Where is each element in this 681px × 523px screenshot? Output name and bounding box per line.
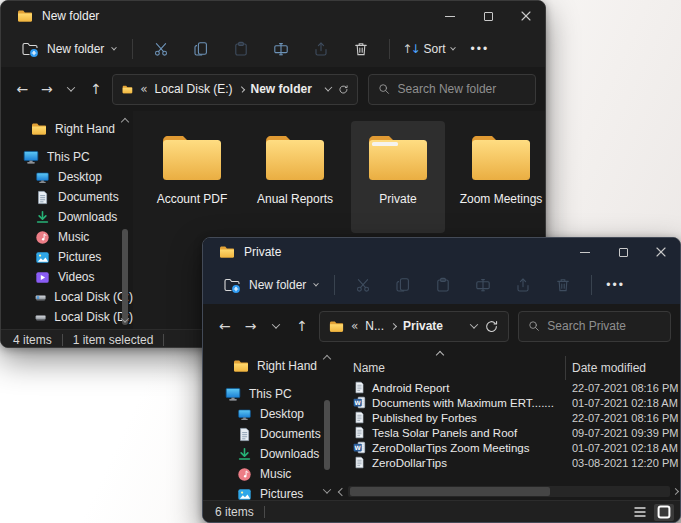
search-box[interactable] bbox=[368, 74, 536, 105]
back-button[interactable]: ← bbox=[212, 311, 238, 341]
sidebar-item-documents[interactable]: Documents bbox=[203, 424, 335, 444]
file-row[interactable]: Published by Forbes 22-07-2021 08:16 PM bbox=[335, 410, 680, 425]
column-header-date-modified[interactable]: Date modified bbox=[565, 361, 680, 375]
copy-button[interactable] bbox=[183, 35, 219, 63]
horizontal-scrollbar[interactable] bbox=[339, 485, 678, 498]
delete-button[interactable] bbox=[545, 271, 581, 299]
minimize-button[interactable] bbox=[431, 1, 469, 31]
sidebar-item-right-hand[interactable]: Right Hand bbox=[203, 356, 335, 376]
forward-button[interactable]: → bbox=[238, 311, 264, 341]
file-row[interactable]: Documents with Maximum ERT....... 01-07-… bbox=[335, 395, 680, 410]
sidebar-item-videos[interactable]: Videos bbox=[1, 267, 133, 287]
minimize-button[interactable] bbox=[566, 238, 604, 266]
chevron-down-icon bbox=[314, 281, 320, 287]
file-row[interactable]: Tesla Solar Panels and Roof 09-07-2021 0… bbox=[335, 425, 680, 440]
cut-button[interactable] bbox=[345, 271, 381, 299]
sort-button[interactable]: ↑↓ Sort bbox=[402, 42, 454, 56]
large-icons-view-button[interactable] bbox=[654, 504, 674, 521]
file-row[interactable]: ZeroDollarTips Zoom Meetings 01-07-2021 … bbox=[335, 440, 680, 455]
share-button[interactable] bbox=[505, 271, 541, 299]
scroll-down-icon[interactable] bbox=[322, 485, 330, 493]
cut-button[interactable] bbox=[143, 35, 179, 63]
copy-button[interactable] bbox=[385, 271, 421, 299]
scrollbar-thumb[interactable] bbox=[350, 487, 550, 496]
up-button[interactable]: ↑ bbox=[84, 74, 109, 104]
sort-ascending-icon bbox=[436, 351, 444, 359]
sidebar-scrollbar[interactable] bbox=[119, 117, 130, 325]
see-more-button[interactable]: ••• bbox=[606, 278, 625, 292]
breadcrumb-overflow[interactable]: « bbox=[351, 319, 358, 333]
close-button[interactable] bbox=[507, 1, 545, 31]
sidebar-item-desktop[interactable]: Desktop bbox=[203, 404, 335, 424]
maximize-button[interactable] bbox=[469, 1, 507, 31]
sidebar-item-local-disk-e[interactable]: Local Disk (E:) bbox=[1, 327, 133, 329]
file-row[interactable]: ZeroDollarTips 03-08-2021 12:20 PM bbox=[335, 455, 680, 470]
scroll-right-icon[interactable] bbox=[672, 488, 679, 495]
folder-tile-private[interactable]: Private bbox=[351, 121, 445, 233]
delete-button[interactable] bbox=[343, 35, 379, 63]
word-file-icon bbox=[353, 441, 366, 454]
new-folder-button[interactable]: New folder bbox=[215, 271, 326, 299]
search-box[interactable] bbox=[518, 311, 671, 342]
sidebar-item-downloads[interactable]: Downloads bbox=[203, 444, 335, 464]
sidebar-item-pictures[interactable]: Pictures bbox=[203, 484, 335, 500]
rename-button[interactable] bbox=[263, 35, 299, 63]
folder-tile-zoom-meetings[interactable]: Zoom Meetings bbox=[454, 121, 546, 233]
search-input[interactable] bbox=[398, 82, 526, 96]
sidebar-item-this-pc[interactable]: This PC bbox=[203, 384, 335, 404]
breadcrumb-folder[interactable]: New folder bbox=[251, 82, 312, 96]
file-name: Tesla Solar Panels and Roof bbox=[372, 427, 517, 439]
sidebar-item-downloads[interactable]: Downloads bbox=[1, 207, 133, 227]
sidebar-item-local-disk-d[interactable]: Local Disk (D:) bbox=[1, 307, 133, 327]
column-divider[interactable] bbox=[565, 356, 566, 380]
titlebar[interactable]: New folder bbox=[1, 1, 545, 31]
sidebar-item-right-hand[interactable]: Right Hand bbox=[1, 119, 133, 139]
paste-button[interactable] bbox=[223, 35, 259, 63]
sidebar-item-this-pc[interactable]: This PC bbox=[1, 147, 133, 167]
sidebar-item-pictures[interactable]: Pictures bbox=[1, 247, 133, 267]
address-bar[interactable]: « N... Private bbox=[319, 311, 509, 342]
refresh-icon[interactable] bbox=[484, 319, 499, 334]
address-bar[interactable]: « Local Disk (E:) New folder bbox=[112, 74, 358, 105]
details-view-button[interactable] bbox=[630, 504, 650, 521]
sidebar-item-local-disk-c[interactable]: Local Disk (C:) bbox=[1, 287, 133, 307]
new-folder-label: New folder bbox=[249, 278, 306, 292]
see-more-button[interactable]: ••• bbox=[471, 42, 490, 56]
breadcrumb-folder[interactable]: Private bbox=[403, 319, 443, 333]
share-button[interactable] bbox=[303, 35, 339, 63]
column-header-name[interactable]: Name bbox=[335, 361, 565, 375]
new-folder-button[interactable]: New folder bbox=[13, 35, 124, 63]
paste-button[interactable] bbox=[425, 271, 461, 299]
folder-tile-account-pdf[interactable]: Account PDF bbox=[145, 121, 239, 233]
search-input[interactable] bbox=[547, 319, 661, 333]
sidebar-item-label: Right Hand bbox=[257, 359, 317, 373]
scroll-left-icon[interactable] bbox=[338, 487, 346, 495]
breadcrumb-drive[interactable]: Local Disk (E:) bbox=[155, 82, 233, 96]
scrollbar-thumb[interactable] bbox=[324, 400, 330, 470]
maximize-button[interactable] bbox=[604, 238, 642, 266]
breadcrumb-parent[interactable]: N... bbox=[365, 319, 384, 333]
breadcrumb-overflow[interactable]: « bbox=[140, 82, 147, 96]
refresh-icon[interactable] bbox=[338, 82, 349, 97]
folder-tile-anual-reports[interactable]: Anual Reports bbox=[248, 121, 342, 233]
sidebar-item-desktop[interactable]: Desktop bbox=[1, 167, 133, 187]
forward-button[interactable]: → bbox=[35, 74, 60, 104]
recent-locations-button[interactable] bbox=[264, 311, 290, 341]
recent-locations-button[interactable] bbox=[59, 74, 84, 104]
scrollbar-thumb[interactable] bbox=[122, 229, 128, 325]
address-dropdown-icon[interactable] bbox=[470, 320, 478, 328]
close-button[interactable] bbox=[642, 238, 680, 266]
divider bbox=[264, 506, 265, 518]
sidebar-item-music[interactable]: Music bbox=[1, 227, 133, 247]
file-row[interactable]: Android Report 22-07-2021 08:16 PM bbox=[335, 380, 680, 395]
rename-button[interactable] bbox=[465, 271, 501, 299]
address-dropdown-icon[interactable] bbox=[324, 84, 332, 92]
scroll-up-icon[interactable] bbox=[120, 118, 128, 126]
up-button[interactable]: ↑ bbox=[289, 311, 315, 341]
sidebar-item-documents[interactable]: Documents bbox=[1, 187, 133, 207]
sidebar-item-music[interactable]: Music bbox=[203, 464, 335, 484]
scroll-up-icon[interactable] bbox=[322, 355, 330, 363]
back-button[interactable]: ← bbox=[10, 74, 35, 104]
sidebar-scrollbar[interactable] bbox=[321, 354, 332, 496]
titlebar[interactable]: Private bbox=[203, 238, 680, 266]
